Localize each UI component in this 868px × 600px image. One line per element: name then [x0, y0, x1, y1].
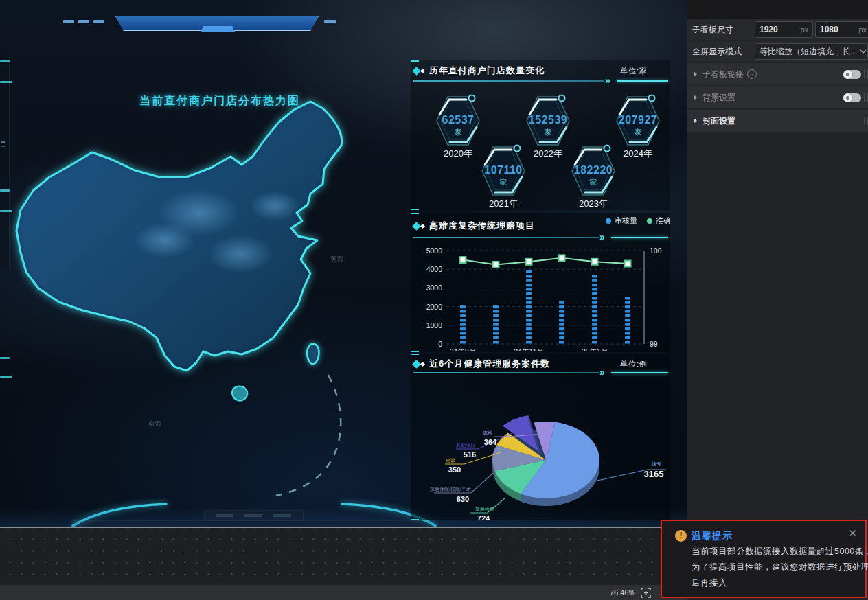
diamond-icon [420, 68, 425, 73]
bar-segment [559, 301, 564, 304]
bar-segment [625, 332, 630, 334]
panel-title: 近6个月健康管理服务案件数 [429, 358, 550, 370]
hainan-outline [232, 386, 247, 401]
bar-segment [625, 314, 630, 317]
banner-dash [78, 20, 89, 23]
bar-segment [526, 336, 532, 339]
bar-segment [526, 314, 532, 317]
bar-segment [493, 305, 499, 308]
bar-segment [559, 341, 564, 343]
bar-segment [625, 297, 630, 299]
china-heatmap[interactable] [0, 82, 385, 522]
bar-segment [460, 305, 466, 308]
bar-segment [526, 270, 532, 273]
pie-label: 加急检查 [475, 507, 494, 511]
widget-claims-chart[interactable]: 高难度复杂传统理赔项目 审核量 准确率 » 010002000300040005… [411, 213, 670, 352]
close-icon[interactable]: ✕ [848, 528, 857, 538]
widget-store-stats[interactable]: 历年直付商户门店数量变化 单位:家 » 62537 家 2020年 107110… [411, 60, 670, 210]
bar-segment [526, 323, 532, 326]
svg-text:100: 100 [650, 246, 662, 255]
stat-unit: 家 [500, 178, 507, 186]
bar-segment [559, 323, 564, 326]
bar-segment [559, 314, 564, 317]
board-width-input[interactable]: 1920 px [755, 21, 813, 38]
bar-segment [592, 336, 597, 339]
clipped-panel-tick [0, 60, 10, 62]
pie-value: 724 [477, 514, 490, 520]
help-icon[interactable]: ? [747, 69, 757, 79]
bar-segment [526, 310, 532, 312]
section-carousel[interactable]: 子看板轮播 ? [687, 63, 868, 85]
bar-segment [559, 310, 564, 312]
panel-title: 高难度复杂传统理赔项目 [429, 220, 535, 232]
map-title: 当前直付商户门店分布热力图 [82, 94, 357, 108]
pie-label: 陪诊 [446, 458, 455, 463]
stat-hexagon: 182220 家 2023年 [572, 146, 615, 209]
bar-segment [592, 341, 597, 343]
bar-segment [625, 301, 630, 304]
collapse-arrow-icon [694, 95, 697, 100]
stat-year: 2022年 [534, 148, 562, 159]
pie-value: 516 [464, 450, 476, 459]
fit-to-screen-icon[interactable] [641, 588, 651, 598]
bar-segment [526, 341, 532, 343]
line-marker [526, 259, 532, 265]
bar-segment [493, 319, 499, 321]
double-arrow-icon: » [599, 369, 604, 376]
bar-segment [559, 327, 564, 330]
bar-segment [526, 292, 532, 295]
legend-dot-icon [606, 218, 611, 224]
banner-dash [63, 20, 74, 23]
legend-item[interactable]: 准确率 [647, 216, 670, 226]
pie-value: 3165 [644, 469, 664, 479]
bar-segment [493, 323, 499, 326]
bar-segment [526, 284, 532, 286]
bar-segment [592, 305, 597, 308]
bar-segment [559, 336, 564, 339]
bar-segment [592, 319, 597, 321]
bar-segment [460, 314, 466, 317]
pie-label: 加急住院/转院/手术 [430, 487, 471, 492]
board-size-label: 子看板尺寸 [692, 24, 733, 36]
svg-text:24年9月: 24年9月 [450, 347, 477, 351]
bar-segment [526, 297, 532, 299]
taiwan-outline [307, 344, 319, 364]
unit-label: 单位:例 [620, 359, 648, 369]
bar-segment [559, 332, 564, 334]
stat-year: 2024年 [624, 148, 652, 159]
bar-segment [592, 327, 597, 330]
dashboard-canvas[interactable]: 当前直付商户门店分布热力图 黄海 南海 历年直付商户门店数量变化 单位:家 » [0, 0, 687, 528]
section-cover[interactable]: 封面设置 [687, 110, 868, 132]
line-marker [460, 257, 466, 263]
bar-segment [625, 323, 630, 326]
legend-label: 审核量 [615, 216, 637, 226]
bar-segment [592, 332, 597, 334]
chevron-down-icon [860, 49, 867, 54]
bar-segment [526, 301, 532, 304]
bar-segment [592, 297, 597, 299]
svg-text:24年11月: 24年11月 [514, 347, 544, 351]
background-toggle[interactable] [843, 93, 861, 102]
board-height-input[interactable]: 1080 px [815, 21, 868, 38]
widget-health-pie[interactable]: 近6个月健康管理服务案件数 单位:例 » 挂号3165加急检查724加急住院/转… [411, 354, 670, 520]
carousel-toggle[interactable] [843, 70, 861, 79]
editor-grid-background[interactable] [0, 528, 687, 585]
stat-value: 182220 [574, 164, 613, 176]
section-background[interactable]: 背景设置 [687, 86, 868, 108]
bar-segment [493, 310, 499, 312]
bar-segment [625, 327, 630, 330]
diamond-icon [420, 223, 425, 228]
display-mode-select[interactable]: 等比缩放（短边填充，长... [755, 43, 868, 60]
chart-legend[interactable]: 审核量 准确率 [606, 216, 670, 226]
bar-segment [625, 319, 630, 321]
bar-segment [526, 327, 532, 330]
bar-segment [526, 288, 532, 290]
banner-dash [324, 20, 336, 23]
canvas-bottom-edge [0, 527, 687, 528]
svg-text:99: 99 [650, 340, 658, 348]
legend-item[interactable]: 审核量 [606, 216, 637, 226]
bar-segment [460, 323, 466, 326]
bar-segment [460, 336, 466, 339]
app-window: 当前直付商户门店分布热力图 黄海 南海 历年直付商户门店数量变化 单位:家 » [0, 0, 868, 600]
svg-text:3000: 3000 [426, 284, 443, 292]
